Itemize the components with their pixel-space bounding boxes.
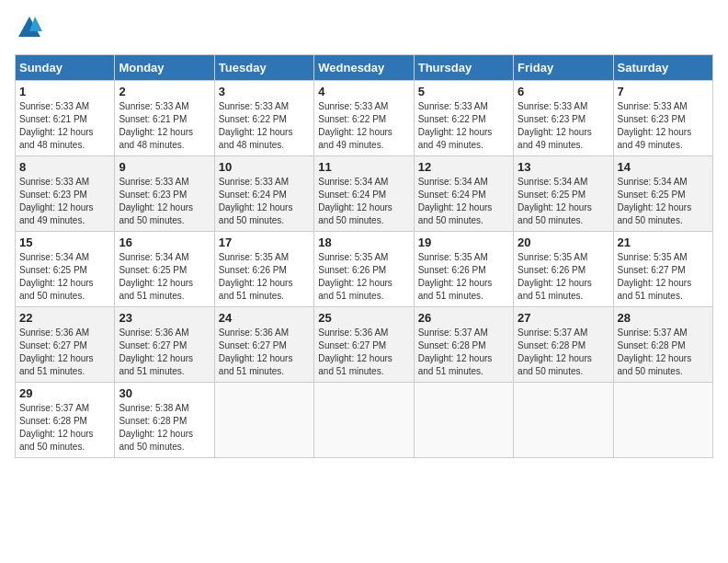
day-info: Sunrise: 5:33 AMSunset: 6:23 PMDaylight:…	[119, 176, 210, 227]
calendar-cell: 1Sunrise: 5:33 AMSunset: 6:21 PMDaylight…	[16, 81, 115, 156]
day-info: Sunrise: 5:36 AMSunset: 6:27 PMDaylight:…	[219, 327, 310, 378]
day-info: Sunrise: 5:37 AMSunset: 6:28 PMDaylight:…	[418, 327, 509, 378]
day-number: 4	[318, 85, 409, 98]
day-info: Sunrise: 5:33 AMSunset: 6:23 PMDaylight:…	[19, 176, 110, 227]
weekday-header: Sunday	[16, 55, 115, 81]
day-info: Sunrise: 5:37 AMSunset: 6:28 PMDaylight:…	[19, 402, 110, 454]
day-number: 29	[19, 386, 110, 400]
day-number: 21	[618, 236, 709, 249]
calendar-cell: 22Sunrise: 5:36 AMSunset: 6:27 PMDayligh…	[16, 307, 115, 383]
calendar-cell: 12Sunrise: 5:34 AMSunset: 6:24 PMDayligh…	[414, 156, 513, 232]
day-info: Sunrise: 5:38 AMSunset: 6:28 PMDaylight:…	[119, 402, 210, 454]
calendar-week-row: 8Sunrise: 5:33 AMSunset: 6:23 PMDaylight…	[16, 156, 713, 232]
calendar-cell: 18Sunrise: 5:35 AMSunset: 6:26 PMDayligh…	[314, 232, 414, 307]
day-info: Sunrise: 5:35 AMSunset: 6:26 PMDaylight:…	[219, 251, 310, 303]
day-number: 6	[518, 85, 609, 98]
day-number: 20	[518, 236, 609, 249]
day-number: 2	[119, 85, 210, 98]
calendar-cell: 5Sunrise: 5:33 AMSunset: 6:22 PMDaylight…	[414, 81, 513, 156]
logo-icon	[17, 15, 42, 40]
day-number: 3	[219, 85, 310, 98]
day-info: Sunrise: 5:34 AMSunset: 6:24 PMDaylight:…	[418, 176, 509, 227]
calendar-week-row: 1Sunrise: 5:33 AMSunset: 6:21 PMDaylight…	[16, 81, 713, 156]
calendar-week-row: 29Sunrise: 5:37 AMSunset: 6:28 PMDayligh…	[16, 383, 713, 458]
weekday-header: Tuesday	[214, 55, 313, 81]
calendar-cell: 27Sunrise: 5:37 AMSunset: 6:28 PMDayligh…	[514, 307, 613, 383]
day-info: Sunrise: 5:36 AMSunset: 6:27 PMDaylight:…	[318, 327, 409, 378]
weekday-header: Thursday	[414, 55, 513, 81]
calendar-cell: 6Sunrise: 5:33 AMSunset: 6:23 PMDaylight…	[514, 81, 613, 156]
calendar-body: 1Sunrise: 5:33 AMSunset: 6:21 PMDaylight…	[16, 81, 713, 458]
calendar-cell	[214, 383, 313, 458]
calendar-cell: 24Sunrise: 5:36 AMSunset: 6:27 PMDayligh…	[214, 307, 313, 383]
calendar-cell: 7Sunrise: 5:33 AMSunset: 6:23 PMDaylight…	[613, 81, 712, 156]
calendar-cell: 25Sunrise: 5:36 AMSunset: 6:27 PMDayligh…	[314, 307, 414, 383]
calendar-cell: 2Sunrise: 5:33 AMSunset: 6:21 PMDaylight…	[115, 81, 214, 156]
calendar-cell: 29Sunrise: 5:37 AMSunset: 6:28 PMDayligh…	[16, 383, 115, 458]
day-number: 27	[518, 311, 609, 325]
calendar-cell: 8Sunrise: 5:33 AMSunset: 6:23 PMDaylight…	[16, 156, 115, 232]
day-info: Sunrise: 5:33 AMSunset: 6:22 PMDaylight:…	[219, 100, 310, 152]
day-info: Sunrise: 5:34 AMSunset: 6:25 PMDaylight:…	[618, 176, 709, 227]
calendar-table: SundayMondayTuesdayWednesdayThursdayFrid…	[15, 54, 713, 458]
calendar-cell: 15Sunrise: 5:34 AMSunset: 6:25 PMDayligh…	[16, 232, 115, 307]
page-header	[15, 15, 713, 45]
day-info: Sunrise: 5:33 AMSunset: 6:24 PMDaylight:…	[219, 176, 310, 227]
day-number: 7	[618, 85, 709, 98]
calendar-cell: 13Sunrise: 5:34 AMSunset: 6:25 PMDayligh…	[514, 156, 613, 232]
calendar-cell: 23Sunrise: 5:36 AMSunset: 6:27 PMDayligh…	[115, 307, 214, 383]
day-number: 14	[618, 160, 709, 174]
day-info: Sunrise: 5:35 AMSunset: 6:27 PMDaylight:…	[618, 251, 709, 303]
calendar-cell	[414, 383, 513, 458]
calendar-cell: 30Sunrise: 5:38 AMSunset: 6:28 PMDayligh…	[115, 383, 214, 458]
calendar-cell	[514, 383, 613, 458]
logo	[15, 15, 42, 45]
day-number: 1	[19, 85, 110, 98]
weekday-header: Saturday	[613, 55, 712, 81]
day-number: 8	[19, 160, 110, 174]
day-number: 22	[19, 311, 110, 325]
calendar-cell	[613, 383, 712, 458]
day-number: 16	[119, 236, 210, 249]
day-number: 11	[318, 160, 409, 174]
weekday-header: Wednesday	[314, 55, 414, 81]
calendar-cell: 19Sunrise: 5:35 AMSunset: 6:26 PMDayligh…	[414, 232, 513, 307]
day-number: 9	[119, 160, 210, 174]
day-info: Sunrise: 5:34 AMSunset: 6:25 PMDaylight:…	[19, 251, 110, 303]
day-number: 28	[618, 311, 709, 325]
calendar-cell: 14Sunrise: 5:34 AMSunset: 6:25 PMDayligh…	[613, 156, 712, 232]
calendar-cell	[314, 383, 414, 458]
calendar-cell: 10Sunrise: 5:33 AMSunset: 6:24 PMDayligh…	[214, 156, 313, 232]
weekday-header: Monday	[115, 55, 214, 81]
weekday-header: Friday	[514, 55, 613, 81]
day-info: Sunrise: 5:35 AMSunset: 6:26 PMDaylight:…	[318, 251, 409, 303]
calendar-header-row: SundayMondayTuesdayWednesdayThursdayFrid…	[16, 55, 713, 81]
day-info: Sunrise: 5:34 AMSunset: 6:25 PMDaylight:…	[119, 251, 210, 303]
day-info: Sunrise: 5:35 AMSunset: 6:26 PMDaylight:…	[418, 251, 509, 303]
day-info: Sunrise: 5:36 AMSunset: 6:27 PMDaylight:…	[19, 327, 110, 378]
day-number: 30	[119, 386, 210, 400]
calendar-cell: 26Sunrise: 5:37 AMSunset: 6:28 PMDayligh…	[414, 307, 513, 383]
day-number: 18	[318, 236, 409, 249]
day-number: 23	[119, 311, 210, 325]
day-number: 25	[318, 311, 409, 325]
calendar-cell: 9Sunrise: 5:33 AMSunset: 6:23 PMDaylight…	[115, 156, 214, 232]
day-info: Sunrise: 5:33 AMSunset: 6:21 PMDaylight:…	[119, 100, 210, 152]
day-number: 26	[418, 311, 509, 325]
day-info: Sunrise: 5:37 AMSunset: 6:28 PMDaylight:…	[618, 327, 709, 378]
day-number: 13	[518, 160, 609, 174]
day-info: Sunrise: 5:34 AMSunset: 6:25 PMDaylight:…	[518, 176, 609, 227]
day-info: Sunrise: 5:33 AMSunset: 6:23 PMDaylight:…	[618, 100, 709, 152]
day-number: 5	[418, 85, 509, 98]
calendar-cell: 17Sunrise: 5:35 AMSunset: 6:26 PMDayligh…	[214, 232, 313, 307]
calendar-cell: 11Sunrise: 5:34 AMSunset: 6:24 PMDayligh…	[314, 156, 414, 232]
calendar-cell: 16Sunrise: 5:34 AMSunset: 6:25 PMDayligh…	[115, 232, 214, 307]
day-info: Sunrise: 5:33 AMSunset: 6:21 PMDaylight:…	[19, 100, 110, 152]
day-info: Sunrise: 5:35 AMSunset: 6:26 PMDaylight:…	[518, 251, 609, 303]
day-number: 17	[219, 236, 310, 249]
day-number: 12	[418, 160, 509, 174]
day-number: 24	[219, 311, 310, 325]
day-number: 15	[19, 236, 110, 249]
day-number: 10	[219, 160, 310, 174]
calendar-week-row: 22Sunrise: 5:36 AMSunset: 6:27 PMDayligh…	[16, 307, 713, 383]
